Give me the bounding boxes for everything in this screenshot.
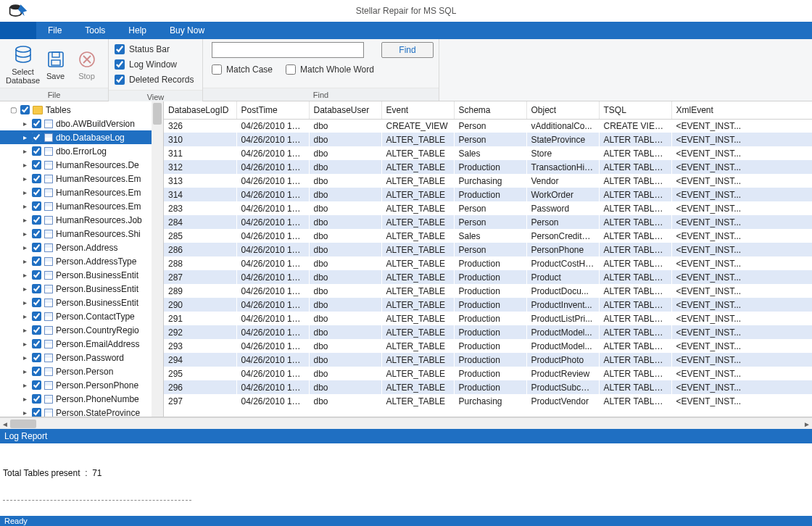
tree-item[interactable]: ▸Person.Address	[0, 241, 163, 254]
expand-icon[interactable]: ▸	[20, 188, 29, 196]
expand-icon[interactable]: ▸	[20, 120, 29, 128]
tree-item[interactable]: ▸Person.BusinessEntit	[0, 296, 163, 309]
expand-icon[interactable]: ▸	[20, 409, 29, 417]
svg-rect-3	[52, 52, 59, 57]
scroll-right-icon[interactable]: ►	[802, 418, 812, 430]
expand-icon[interactable]: ▸	[20, 161, 29, 169]
log-window-checkbox[interactable]: Log Window	[115, 57, 194, 72]
tree-item[interactable]: ▸Person.Person	[0, 364, 163, 378]
table-row[interactable]: 29304/26/2010 11:...dboALTER_TABLEProduc…	[164, 339, 812, 353]
expand-icon[interactable]: ▸	[20, 326, 29, 334]
column-header[interactable]: Event	[381, 101, 454, 119]
tree-item[interactable]: ▸Person.StateProvince	[0, 406, 163, 417]
tree-item[interactable]: ▸Person.PhoneNumbe	[0, 392, 163, 406]
expand-icon[interactable]: ▸	[20, 133, 29, 141]
match-whole-word-checkbox[interactable]: Match Whole Word	[286, 62, 374, 77]
table-row[interactable]: 28904/26/2010 11:...dboALTER_TABLEProduc…	[164, 284, 812, 298]
main-area: ▢Tables▸dbo.AWBuildVersion▸dbo.DatabaseL…	[0, 101, 812, 417]
expand-icon[interactable]: ▸	[20, 175, 29, 183]
expand-icon[interactable]: ▸	[20, 285, 29, 293]
expand-icon[interactable]: ▸	[20, 299, 29, 306]
menu-buy-now[interactable]: Buy Now	[158, 22, 216, 39]
table-row[interactable]: 31304/26/2010 11:...dboALTER_TABLEPurcha…	[164, 174, 812, 188]
table-row[interactable]: 31104/26/2010 11:...dboALTER_TABLESalesS…	[164, 146, 812, 160]
tree-item[interactable]: ▸dbo.ErrorLog	[0, 144, 163, 158]
column-header[interactable]: DatabaseUser	[309, 101, 381, 119]
expand-icon[interactable]: ▸	[20, 271, 29, 279]
expand-icon[interactable]: ▸	[20, 147, 29, 155]
log-report-body: Total Tables present : 71 dbo.AWBuildVer…	[0, 443, 812, 516]
tree-item[interactable]: ▸HumanResources.Em	[0, 185, 163, 199]
expand-icon[interactable]: ▸	[20, 243, 29, 251]
expand-icon[interactable]: ▸	[20, 354, 29, 362]
expand-icon[interactable]: ▸	[20, 230, 29, 238]
table-row[interactable]: 29604/26/2010 11:...dboALTER_TABLEProduc…	[164, 380, 812, 394]
deleted-records-checkbox[interactable]: Deleted Records	[115, 72, 194, 87]
menu-file[interactable]: File	[36, 22, 73, 39]
expand-icon[interactable]: ▸	[20, 216, 29, 224]
tree-item[interactable]: ▸HumanResources.Job	[0, 213, 163, 227]
expand-icon[interactable]: ▸	[20, 202, 29, 210]
column-header[interactable]: Schema	[454, 101, 526, 119]
menu-help[interactable]: Help	[117, 22, 158, 39]
tree-item[interactable]: ▸dbo.DatabaseLog	[0, 130, 163, 144]
column-header[interactable]: XmlEvent	[671, 101, 812, 119]
tree-vscrollbar[interactable]	[152, 101, 163, 417]
table-row[interactable]: 28504/26/2010 11:...dboALTER_TABLESalesP…	[164, 229, 812, 243]
tree-item[interactable]: ▸Person.AddressType	[0, 254, 163, 268]
tree-root[interactable]: ▢Tables	[0, 103, 163, 117]
tree-item[interactable]: ▸HumanResources.De	[0, 158, 163, 172]
find-input[interactable]	[212, 42, 364, 58]
table-row[interactable]: 28404/26/2010 11:...dboALTER_TABLEPerson…	[164, 215, 812, 229]
table-row[interactable]: 28304/26/2010 11:...dboALTER_TABLEPerson…	[164, 201, 812, 215]
expand-icon[interactable]: ▸	[20, 395, 29, 403]
table-row[interactable]: 29204/26/2010 11:...dboALTER_TABLEProduc…	[164, 325, 812, 339]
tree-item[interactable]: ▸HumanResources.Em	[0, 199, 163, 213]
table-row[interactable]: 31404/26/2010 11:...dboALTER_TABLEProduc…	[164, 188, 812, 201]
column-header[interactable]: PostTime	[236, 101, 309, 119]
table-row[interactable]: 28804/26/2010 11:...dboALTER_TABLEProduc…	[164, 256, 812, 270]
stop-button[interactable]: Stop	[71, 47, 102, 80]
match-case-checkbox[interactable]: Match Case	[212, 62, 273, 77]
table-row[interactable]: 32604/26/2010 11:...dboCREATE_VIEWPerson…	[164, 119, 812, 133]
table-row[interactable]: 28704/26/2010 11:...dboALTER_TABLEProduc…	[164, 270, 812, 284]
select-database-button[interactable]: Select Database	[6, 43, 40, 85]
table-row[interactable]: 28604/26/2010 11:...dboALTER_TABLEPerson…	[164, 243, 812, 256]
expand-icon[interactable]: ▸	[20, 312, 29, 320]
menu-tools[interactable]: Tools	[73, 22, 117, 39]
table-icon	[44, 216, 53, 225]
table-icon	[44, 230, 53, 238]
tree-item[interactable]: ▸dbo.AWBuildVersion	[0, 117, 163, 130]
expand-icon[interactable]: ▸	[20, 257, 29, 265]
tree-item[interactable]: ▸Person.Password	[0, 351, 163, 364]
column-header[interactable]: TSQL	[599, 101, 671, 119]
folder-icon	[33, 106, 43, 114]
table-icon	[44, 367, 53, 376]
hscrollbar[interactable]: ◄ ►	[0, 417, 812, 429]
table-row[interactable]: 29404/26/2010 11:...dboALTER_TABLEProduc…	[164, 353, 812, 367]
column-header[interactable]: Object	[526, 101, 599, 119]
table-row[interactable]: 31204/26/2010 11:...dboALTER_TABLEProduc…	[164, 160, 812, 174]
tree-item[interactable]: ▸Person.BusinessEntit	[0, 282, 163, 296]
table-row[interactable]: 29504/26/2010 11:...dboALTER_TABLEProduc…	[164, 367, 812, 380]
table-row[interactable]: 29704/26/2010 11:...dboALTER_TABLEPurcha…	[164, 394, 812, 408]
tree-item[interactable]: ▸Person.CountryRegio	[0, 323, 163, 337]
log-report-header: Log Report	[0, 429, 812, 443]
status-bar-checkbox[interactable]: Status Bar	[115, 42, 194, 57]
column-header[interactable]: DatabaseLogID	[164, 101, 236, 119]
table-row[interactable]: 31004/26/2010 11:...dboALTER_TABLEPerson…	[164, 133, 812, 146]
table-row[interactable]: 29004/26/2010 11:...dboALTER_TABLEProduc…	[164, 298, 812, 312]
tree-item[interactable]: ▸HumanResources.Em	[0, 172, 163, 185]
expand-icon[interactable]: ▸	[20, 367, 29, 375]
tree-item[interactable]: ▸Person.ContactType	[0, 309, 163, 323]
expand-icon[interactable]: ▸	[20, 340, 29, 348]
scroll-left-icon[interactable]: ◄	[0, 418, 10, 430]
find-button[interactable]: Find	[381, 42, 434, 58]
expand-icon[interactable]: ▸	[20, 381, 29, 389]
tree-item[interactable]: ▸HumanResources.Shi	[0, 227, 163, 241]
table-row[interactable]: 29104/26/2010 11:...dboALTER_TABLEProduc…	[164, 312, 812, 325]
tree-item[interactable]: ▸Person.BusinessEntit	[0, 268, 163, 282]
save-button[interactable]: Save	[40, 47, 71, 80]
tree-item[interactable]: ▸Person.EmailAddress	[0, 337, 163, 351]
tree-item[interactable]: ▸Person.PersonPhone	[0, 378, 163, 392]
